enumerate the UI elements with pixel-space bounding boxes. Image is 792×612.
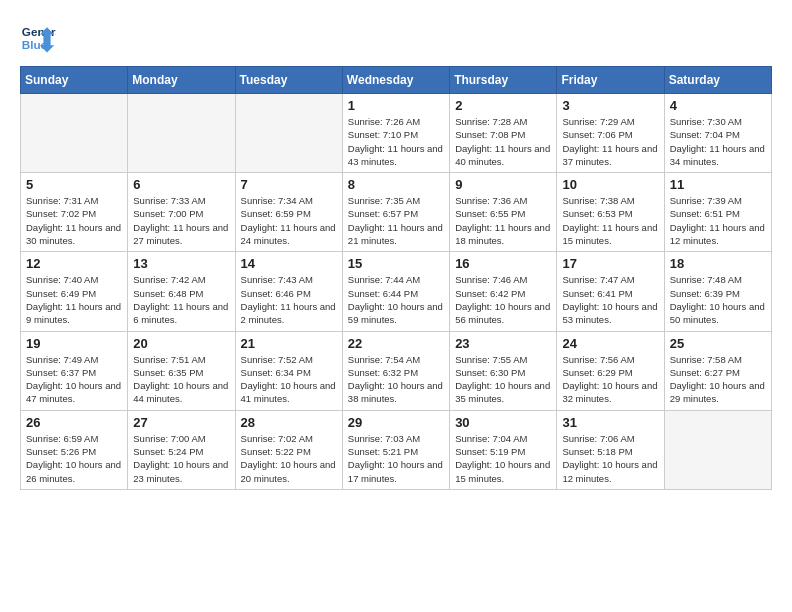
calendar-cell [128,94,235,173]
calendar-cell: 2Sunrise: 7:28 AM Sunset: 7:08 PM Daylig… [450,94,557,173]
calendar-cell: 7Sunrise: 7:34 AM Sunset: 6:59 PM Daylig… [235,173,342,252]
calendar-cell: 16Sunrise: 7:46 AM Sunset: 6:42 PM Dayli… [450,252,557,331]
calendar-week-3: 12Sunrise: 7:40 AM Sunset: 6:49 PM Dayli… [21,252,772,331]
day-info: Sunrise: 7:49 AM Sunset: 6:37 PM Dayligh… [26,353,122,406]
day-number: 28 [241,415,337,430]
day-number: 6 [133,177,229,192]
day-info: Sunrise: 7:52 AM Sunset: 6:34 PM Dayligh… [241,353,337,406]
calendar-cell: 23Sunrise: 7:55 AM Sunset: 6:30 PM Dayli… [450,331,557,410]
day-number: 20 [133,336,229,351]
day-number: 9 [455,177,551,192]
calendar-cell: 26Sunrise: 6:59 AM Sunset: 5:26 PM Dayli… [21,410,128,489]
day-info: Sunrise: 7:35 AM Sunset: 6:57 PM Dayligh… [348,194,444,247]
calendar-cell: 15Sunrise: 7:44 AM Sunset: 6:44 PM Dayli… [342,252,449,331]
day-info: Sunrise: 7:02 AM Sunset: 5:22 PM Dayligh… [241,432,337,485]
day-info: Sunrise: 7:55 AM Sunset: 6:30 PM Dayligh… [455,353,551,406]
calendar-cell: 29Sunrise: 7:03 AM Sunset: 5:21 PM Dayli… [342,410,449,489]
day-info: Sunrise: 7:04 AM Sunset: 5:19 PM Dayligh… [455,432,551,485]
day-number: 27 [133,415,229,430]
day-info: Sunrise: 7:00 AM Sunset: 5:24 PM Dayligh… [133,432,229,485]
calendar-cell: 13Sunrise: 7:42 AM Sunset: 6:48 PM Dayli… [128,252,235,331]
calendar-cell: 3Sunrise: 7:29 AM Sunset: 7:06 PM Daylig… [557,94,664,173]
day-number: 4 [670,98,766,113]
day-number: 24 [562,336,658,351]
calendar-week-5: 26Sunrise: 6:59 AM Sunset: 5:26 PM Dayli… [21,410,772,489]
day-info: Sunrise: 7:03 AM Sunset: 5:21 PM Dayligh… [348,432,444,485]
calendar-week-4: 19Sunrise: 7:49 AM Sunset: 6:37 PM Dayli… [21,331,772,410]
weekday-header-monday: Monday [128,67,235,94]
calendar-cell: 6Sunrise: 7:33 AM Sunset: 7:00 PM Daylig… [128,173,235,252]
calendar-cell [235,94,342,173]
day-number: 23 [455,336,551,351]
day-info: Sunrise: 7:56 AM Sunset: 6:29 PM Dayligh… [562,353,658,406]
page-header: General Blue [20,20,772,56]
day-info: Sunrise: 7:43 AM Sunset: 6:46 PM Dayligh… [241,273,337,326]
day-number: 25 [670,336,766,351]
day-info: Sunrise: 7:06 AM Sunset: 5:18 PM Dayligh… [562,432,658,485]
day-info: Sunrise: 7:28 AM Sunset: 7:08 PM Dayligh… [455,115,551,168]
day-info: Sunrise: 7:39 AM Sunset: 6:51 PM Dayligh… [670,194,766,247]
day-number: 8 [348,177,444,192]
day-info: Sunrise: 7:51 AM Sunset: 6:35 PM Dayligh… [133,353,229,406]
day-info: Sunrise: 7:47 AM Sunset: 6:41 PM Dayligh… [562,273,658,326]
weekday-header-thursday: Thursday [450,67,557,94]
day-number: 29 [348,415,444,430]
day-info: Sunrise: 7:58 AM Sunset: 6:27 PM Dayligh… [670,353,766,406]
day-number: 16 [455,256,551,271]
calendar-cell: 14Sunrise: 7:43 AM Sunset: 6:46 PM Dayli… [235,252,342,331]
calendar-cell: 19Sunrise: 7:49 AM Sunset: 6:37 PM Dayli… [21,331,128,410]
calendar-cell: 30Sunrise: 7:04 AM Sunset: 5:19 PM Dayli… [450,410,557,489]
calendar-cell: 27Sunrise: 7:00 AM Sunset: 5:24 PM Dayli… [128,410,235,489]
calendar-cell: 10Sunrise: 7:38 AM Sunset: 6:53 PM Dayli… [557,173,664,252]
day-info: Sunrise: 7:33 AM Sunset: 7:00 PM Dayligh… [133,194,229,247]
calendar-cell: 22Sunrise: 7:54 AM Sunset: 6:32 PM Dayli… [342,331,449,410]
weekday-header-sunday: Sunday [21,67,128,94]
day-number: 7 [241,177,337,192]
calendar-cell: 4Sunrise: 7:30 AM Sunset: 7:04 PM Daylig… [664,94,771,173]
day-number: 13 [133,256,229,271]
calendar-cell: 18Sunrise: 7:48 AM Sunset: 6:39 PM Dayli… [664,252,771,331]
calendar-cell: 8Sunrise: 7:35 AM Sunset: 6:57 PM Daylig… [342,173,449,252]
calendar-week-2: 5Sunrise: 7:31 AM Sunset: 7:02 PM Daylig… [21,173,772,252]
day-number: 5 [26,177,122,192]
day-info: Sunrise: 7:48 AM Sunset: 6:39 PM Dayligh… [670,273,766,326]
calendar-cell: 1Sunrise: 7:26 AM Sunset: 7:10 PM Daylig… [342,94,449,173]
calendar-cell: 17Sunrise: 7:47 AM Sunset: 6:41 PM Dayli… [557,252,664,331]
calendar-cell: 28Sunrise: 7:02 AM Sunset: 5:22 PM Dayli… [235,410,342,489]
day-info: Sunrise: 7:46 AM Sunset: 6:42 PM Dayligh… [455,273,551,326]
day-number: 3 [562,98,658,113]
calendar-cell: 5Sunrise: 7:31 AM Sunset: 7:02 PM Daylig… [21,173,128,252]
day-number: 12 [26,256,122,271]
day-number: 17 [562,256,658,271]
weekday-header-saturday: Saturday [664,67,771,94]
day-info: Sunrise: 7:30 AM Sunset: 7:04 PM Dayligh… [670,115,766,168]
day-number: 1 [348,98,444,113]
calendar-cell: 24Sunrise: 7:56 AM Sunset: 6:29 PM Dayli… [557,331,664,410]
day-info: Sunrise: 7:42 AM Sunset: 6:48 PM Dayligh… [133,273,229,326]
day-number: 18 [670,256,766,271]
calendar-cell: 12Sunrise: 7:40 AM Sunset: 6:49 PM Dayli… [21,252,128,331]
day-info: Sunrise: 7:34 AM Sunset: 6:59 PM Dayligh… [241,194,337,247]
calendar-cell [664,410,771,489]
day-info: Sunrise: 6:59 AM Sunset: 5:26 PM Dayligh… [26,432,122,485]
calendar-cell: 20Sunrise: 7:51 AM Sunset: 6:35 PM Dayli… [128,331,235,410]
day-info: Sunrise: 7:38 AM Sunset: 6:53 PM Dayligh… [562,194,658,247]
calendar-week-1: 1Sunrise: 7:26 AM Sunset: 7:10 PM Daylig… [21,94,772,173]
day-number: 19 [26,336,122,351]
logo: General Blue [20,20,56,56]
day-number: 2 [455,98,551,113]
calendar-cell: 31Sunrise: 7:06 AM Sunset: 5:18 PM Dayli… [557,410,664,489]
weekday-header-wednesday: Wednesday [342,67,449,94]
day-number: 31 [562,415,658,430]
calendar-cell: 21Sunrise: 7:52 AM Sunset: 6:34 PM Dayli… [235,331,342,410]
day-number: 26 [26,415,122,430]
day-number: 21 [241,336,337,351]
day-info: Sunrise: 7:29 AM Sunset: 7:06 PM Dayligh… [562,115,658,168]
day-info: Sunrise: 7:40 AM Sunset: 6:49 PM Dayligh… [26,273,122,326]
calendar-cell: 11Sunrise: 7:39 AM Sunset: 6:51 PM Dayli… [664,173,771,252]
calendar-cell [21,94,128,173]
day-number: 15 [348,256,444,271]
logo-icon: General Blue [20,20,56,56]
calendar-cell: 9Sunrise: 7:36 AM Sunset: 6:55 PM Daylig… [450,173,557,252]
weekday-header-row: SundayMondayTuesdayWednesdayThursdayFrid… [21,67,772,94]
